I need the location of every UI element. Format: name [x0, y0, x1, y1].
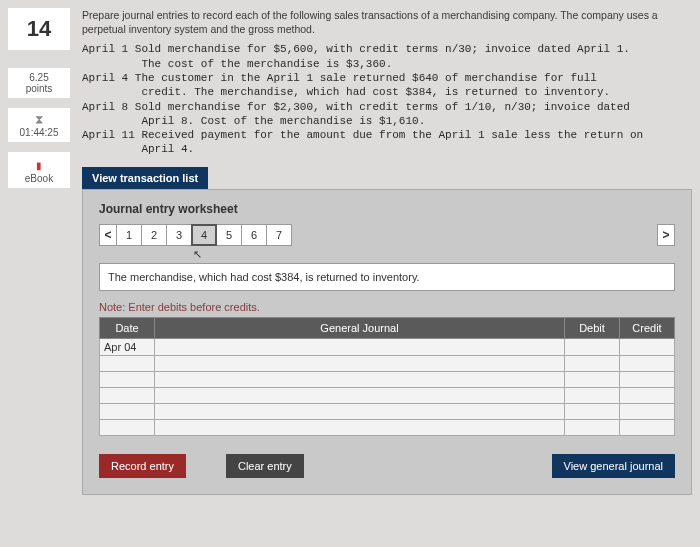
cell-gj[interactable] — [155, 388, 565, 404]
cell-debit[interactable] — [565, 339, 620, 356]
nav-next-button[interactable]: > — [657, 224, 675, 246]
step-7[interactable]: 7 — [266, 224, 292, 246]
step-3[interactable]: 3 — [166, 224, 192, 246]
table-row — [100, 420, 675, 436]
step-6[interactable]: 6 — [241, 224, 267, 246]
cell-credit[interactable] — [620, 404, 675, 420]
view-general-journal-button[interactable]: View general journal — [552, 454, 675, 478]
header-credit: Credit — [620, 318, 675, 339]
table-row — [100, 404, 675, 420]
journal-entry-body: Apr 04 — [100, 339, 675, 436]
journal-worksheet: Journal entry worksheet < 1 2 3 4 5 6 7 … — [82, 189, 692, 495]
main-content: Prepare journal entries to record each o… — [82, 8, 692, 495]
cell-gj[interactable] — [155, 356, 565, 372]
points-box: 6.25 points — [8, 68, 70, 98]
nav-prev-button[interactable]: < — [99, 224, 117, 246]
timer-box: ⧗ 01:44:25 — [8, 108, 70, 142]
cell-credit[interactable] — [620, 420, 675, 436]
cell-gj[interactable] — [155, 372, 565, 388]
cell-gj[interactable] — [155, 420, 565, 436]
cursor-icon: ↖ — [193, 248, 675, 261]
cell-debit[interactable] — [565, 404, 620, 420]
note-text: Note: Enter debits before credits. — [99, 301, 675, 313]
ebook-link[interactable]: ▮ eBook — [8, 152, 70, 188]
cell-gj[interactable] — [155, 404, 565, 420]
cell-date[interactable]: Apr 04 — [100, 339, 155, 356]
cell-debit[interactable] — [565, 356, 620, 372]
header-general-journal: General Journal — [155, 318, 565, 339]
cell-credit[interactable] — [620, 339, 675, 356]
step-navigation: < 1 2 3 4 5 6 7 > — [99, 224, 675, 246]
cell-credit[interactable] — [620, 388, 675, 404]
cell-date[interactable] — [100, 372, 155, 388]
worksheet-title: Journal entry worksheet — [99, 202, 675, 216]
cell-debit[interactable] — [565, 372, 620, 388]
cell-date[interactable] — [100, 404, 155, 420]
cell-debit[interactable] — [565, 388, 620, 404]
timer-value: 01:44:25 — [20, 127, 59, 138]
record-entry-button[interactable]: Record entry — [99, 454, 186, 478]
table-row — [100, 356, 675, 372]
header-debit: Debit — [565, 318, 620, 339]
step-2[interactable]: 2 — [141, 224, 167, 246]
table-row — [100, 372, 675, 388]
question-number: 14 — [8, 8, 70, 50]
step-4[interactable]: 4 — [191, 224, 217, 246]
hourglass-icon: ⧗ — [8, 112, 70, 126]
cell-date[interactable] — [100, 388, 155, 404]
table-row: Apr 04 — [100, 339, 675, 356]
cell-credit[interactable] — [620, 356, 675, 372]
clear-entry-button[interactable]: Clear entry — [226, 454, 304, 478]
cell-date[interactable] — [100, 420, 155, 436]
question-intro: Prepare journal entries to record each o… — [82, 8, 692, 36]
table-row — [100, 388, 675, 404]
cell-date[interactable] — [100, 356, 155, 372]
cell-gj[interactable] — [155, 339, 565, 356]
ebook-label: eBook — [25, 173, 53, 184]
button-row: Record entry Clear entry View general jo… — [99, 454, 675, 478]
sidebar: 14 6.25 points ⧗ 01:44:25 ▮ eBook — [8, 8, 70, 188]
points-label: points — [8, 83, 70, 94]
step-description: The merchandise, which had cost $384, is… — [99, 263, 675, 291]
step-5[interactable]: 5 — [216, 224, 242, 246]
cell-debit[interactable] — [565, 420, 620, 436]
view-transaction-tab[interactable]: View transaction list — [82, 167, 208, 189]
header-date: Date — [100, 318, 155, 339]
journal-entry-table: Date General Journal Debit Credit Apr 04 — [99, 317, 675, 436]
step-1[interactable]: 1 — [116, 224, 142, 246]
points-value: 6.25 — [8, 72, 70, 83]
transaction-list: April 1 Sold merchandise for $5,600, wit… — [82, 42, 692, 156]
cell-credit[interactable] — [620, 372, 675, 388]
book-icon: ▮ — [8, 160, 70, 171]
